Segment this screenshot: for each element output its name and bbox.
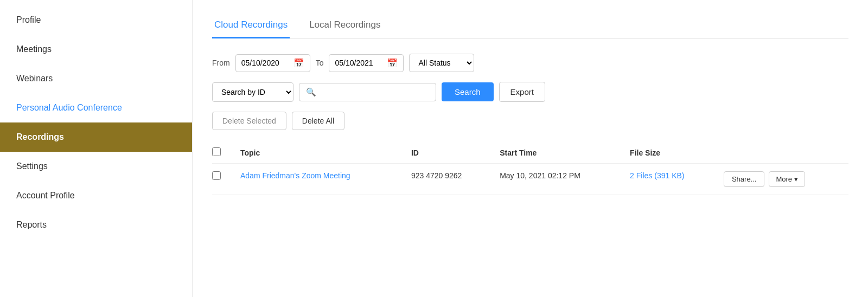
sidebar-item-webinars[interactable]: Webinars xyxy=(0,64,192,93)
row-topic-cell: Adam Friedman's Zoom Meeting xyxy=(234,164,405,195)
to-date-input[interactable]: 📅 xyxy=(329,54,404,72)
col-header-checkbox xyxy=(212,142,234,164)
from-date-field[interactable] xyxy=(241,59,290,67)
to-calendar-icon[interactable]: 📅 xyxy=(387,58,398,68)
sidebar-item-recordings[interactable]: Recordings xyxy=(0,122,192,152)
sidebar-recordings-label: Recordings xyxy=(16,132,64,141)
col-header-actions xyxy=(717,142,848,164)
table-row: Adam Friedman's Zoom Meeting 923 4720 92… xyxy=(212,164,848,195)
sidebar-item-profile[interactable]: Profile xyxy=(0,5,192,35)
sidebar-profile-label: Profile xyxy=(16,15,41,24)
sidebar-item-account-profile[interactable]: Account Profile xyxy=(0,181,192,210)
select-all-checkbox[interactable] xyxy=(212,147,221,156)
sidebar-account-profile-label: Account Profile xyxy=(16,191,75,200)
file-size-link[interactable]: 2 Files (391 KB) xyxy=(630,171,684,180)
row-checkbox[interactable] xyxy=(212,171,221,180)
sidebar-item-personal-audio[interactable]: Personal Audio Conference xyxy=(0,93,192,122)
row-checkbox-cell xyxy=(212,164,234,195)
search-row: Search by ID Search by Topic 🔍 Search Ex… xyxy=(212,82,848,102)
filter-row: From 📅 To 📅 All Status Completed Process… xyxy=(212,54,848,72)
sidebar-webinars-label: Webinars xyxy=(16,74,53,83)
col-header-id: ID xyxy=(405,142,493,164)
tab-local-recordings[interactable]: Local Recordings xyxy=(307,13,382,38)
recordings-table: Topic ID Start Time File Size xyxy=(212,142,848,195)
col-header-topic: Topic xyxy=(234,142,405,164)
sidebar: Profile Meetings Webinars Personal Audio… xyxy=(0,0,193,297)
sidebar-item-reports[interactable]: Reports xyxy=(0,210,192,240)
col-header-file-size: File Size xyxy=(623,142,717,164)
status-select[interactable]: All Status Completed Processing Missing xyxy=(409,54,474,72)
search-button[interactable]: Search xyxy=(442,82,494,101)
tabs-bar: Cloud Recordings Local Recordings xyxy=(212,13,848,38)
search-input[interactable] xyxy=(321,88,429,96)
to-date-field[interactable] xyxy=(335,59,384,67)
row-start-time-cell: May 10, 2021 02:12 PM xyxy=(493,164,623,195)
tab-cloud-recordings[interactable]: Cloud Recordings xyxy=(212,13,290,38)
action-row: Delete Selected Delete All xyxy=(212,112,848,130)
delete-all-button[interactable]: Delete All xyxy=(292,112,344,130)
row-file-size-cell: 2 Files (391 KB) xyxy=(623,164,717,195)
sidebar-meetings-label: Meetings xyxy=(16,44,52,54)
from-calendar-icon[interactable]: 📅 xyxy=(293,58,304,68)
sidebar-item-meetings[interactable]: Meetings xyxy=(0,35,192,64)
sidebar-personal-audio-label: Personal Audio Conference xyxy=(16,103,122,112)
main-content: Cloud Recordings Local Recordings From 📅… xyxy=(193,0,868,297)
delete-selected-button[interactable]: Delete Selected xyxy=(212,112,286,130)
to-label: To xyxy=(316,59,324,67)
from-label: From xyxy=(212,59,230,67)
sidebar-settings-label: Settings xyxy=(16,162,48,171)
from-date-input[interactable]: 📅 xyxy=(235,54,310,72)
more-button[interactable]: More ▾ xyxy=(769,171,805,187)
sidebar-item-settings[interactable]: Settings xyxy=(0,152,192,181)
row-id-cell: 923 4720 9262 xyxy=(405,164,493,195)
chevron-down-icon: ▾ xyxy=(794,175,798,183)
sidebar-reports-label: Reports xyxy=(16,220,47,229)
row-action-buttons: Share... More ▾ xyxy=(724,171,842,187)
export-button[interactable]: Export xyxy=(499,82,545,102)
search-icon: 🔍 xyxy=(306,87,316,97)
topic-link[interactable]: Adam Friedman's Zoom Meeting xyxy=(240,171,350,180)
col-header-start-time: Start Time xyxy=(493,142,623,164)
share-button[interactable]: Share... xyxy=(724,171,765,187)
search-input-wrapper: 🔍 xyxy=(299,83,436,101)
row-actions-cell: Share... More ▾ xyxy=(717,164,848,195)
search-by-select[interactable]: Search by ID Search by Topic xyxy=(212,82,293,102)
